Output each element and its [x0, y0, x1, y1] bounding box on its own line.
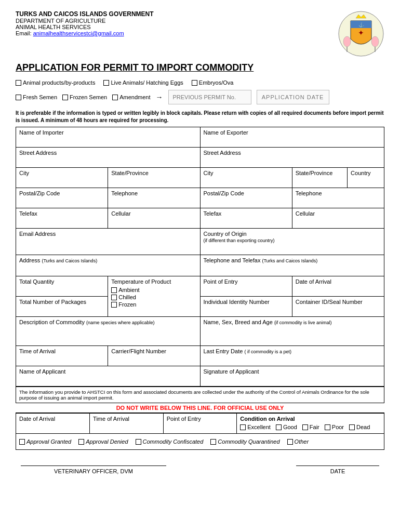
previous-permit-input[interactable] — [168, 90, 251, 104]
importer-city-label: City — [19, 170, 29, 176]
checkbox-frozen-semen[interactable]: Frozen Semen — [62, 94, 107, 100]
checkbox-fresh-semen[interactable]: Fresh Semen — [16, 94, 57, 100]
last-entry-cell: Last Entry Date ( if commodity is a pet) — [200, 346, 384, 366]
checkbox-box-frozen[interactable] — [111, 302, 117, 308]
checkbox-box-quarantined[interactable] — [210, 439, 216, 445]
checkbox-ambient-label: Ambient — [118, 287, 139, 293]
checkbox-box-approval-denied[interactable] — [78, 439, 84, 445]
checkbox-box-animal[interactable] — [16, 80, 21, 86]
exporter-cellular-cell: Cellular — [292, 208, 384, 229]
exporter-state-cell: State/Province — [292, 168, 347, 188]
exporter-country-label: Country — [351, 170, 371, 176]
official-time-label: Time of Arrival — [93, 416, 129, 422]
official-table: Date of Arrival Time of Arrival Point of… — [16, 414, 384, 449]
checkbox-box-amendment[interactable] — [112, 95, 118, 100]
checkbox-box-live[interactable] — [103, 80, 109, 86]
importer-telefax-label: Telefax — [19, 210, 37, 217]
importer-street-cell: Street Address — [16, 148, 201, 168]
checkbox-approval-granted-label: Approval Granted — [26, 438, 71, 445]
total-qty-label: Total Quantity — [19, 278, 54, 285]
checkbox-fair[interactable]: Fair — [302, 424, 319, 430]
exporter-name-input-area[interactable] — [204, 136, 381, 145]
checkbox-box-chilled[interactable] — [111, 295, 117, 300]
checkbox-box-fresh[interactable] — [16, 95, 21, 100]
checkbox-commodity-quarantined[interactable]: Commodity Quarantined — [210, 438, 279, 445]
exporter-telefax-label: Telefax — [204, 210, 222, 217]
checkbox-live-animals[interactable]: Live Animals/ Hatching Eggs — [103, 79, 183, 86]
checkbox-frozen[interactable]: Frozen — [111, 301, 196, 308]
email-label: Email: — [16, 30, 32, 36]
checkbox-box-fair[interactable] — [302, 424, 308, 430]
checkbox-poor-label: Poor — [332, 424, 344, 430]
application-date-input[interactable] — [257, 90, 329, 104]
checkbox-good[interactable]: Good — [276, 424, 297, 430]
checkbox-box-frozen-semen[interactable] — [62, 95, 68, 100]
checkbox-box-other[interactable] — [287, 439, 293, 445]
division: ANIMAL HEALTH SERVICES — [16, 24, 154, 30]
checkbox-box-good[interactable] — [276, 424, 282, 430]
exporter-telefax-cell: Telefax — [200, 208, 292, 229]
importer-street-input-area[interactable] — [19, 156, 197, 165]
importer-name-input-area[interactable] — [19, 136, 197, 145]
checkbox-poor[interactable]: Poor — [325, 424, 344, 430]
checkbox-box-excellent[interactable] — [240, 424, 246, 430]
date-arrival-top-label: Date of Arrival — [296, 278, 331, 285]
row-time-carrier: Time of Arrival Carrier/Flight Number La… — [16, 346, 384, 366]
row-city-state: City State/Province City State/Province … — [16, 168, 384, 188]
checkbox-dead[interactable]: Dead — [349, 424, 370, 430]
temp-product-cell: Temperature of Product Ambient Chilled F… — [108, 276, 200, 317]
checkbox-label-fresh: Fresh Semen — [23, 94, 57, 100]
checkbox-box-dead[interactable] — [349, 424, 355, 430]
checkbox-box-ambient[interactable] — [111, 287, 117, 293]
exporter-name-cell: Name of Exporter — [200, 127, 384, 148]
checkbox-amendment[interactable]: Amendment — [112, 94, 150, 100]
instructions-text: It is preferable if the information is t… — [16, 110, 384, 124]
svg-point-3 — [343, 36, 351, 47]
checkbox-box-approval-granted[interactable] — [19, 439, 25, 445]
org-name: TURKS AND CAICOS ISLANDS GOVERNMENT — [16, 10, 154, 18]
tel-telefax-tci-cell: Telephone and Telefax (Turks and Caicos … — [200, 255, 384, 276]
arrow-icon: → — [156, 93, 163, 101]
checkbox-excellent[interactable]: Excellent — [240, 424, 271, 430]
email-address-cell: Email Address — [16, 229, 201, 255]
temp-product-label: Temperature of Product — [111, 278, 171, 285]
importer-cellular-label: Cellular — [111, 210, 130, 217]
row-postal-tel: Postal/Zip Code Telephone Postal/Zip Cod… — [16, 188, 384, 208]
email-link[interactable]: animalhealthservicestci@gmail.com — [33, 30, 124, 36]
checkbox-animal-products[interactable]: Animal products/by-products — [16, 79, 95, 86]
date-label: DATE — [330, 468, 345, 474]
name-sex-breed-sub: (if commodity is live animal) — [274, 320, 332, 325]
checkbox-commodity-confiscated[interactable]: Commodity Confiscated — [136, 438, 204, 445]
time-arrival-label: Time of Arrival — [19, 348, 56, 354]
exporter-street-input-area[interactable] — [204, 156, 381, 165]
official-time-cell: Time of Arrival — [90, 414, 164, 434]
checkbox-chilled[interactable]: Chilled — [111, 294, 196, 300]
checkbox-box-confiscated[interactable] — [136, 439, 141, 445]
exporter-street-label: Street Address — [204, 150, 241, 156]
tel-telefax-tci-label: Telephone and Telefax — [204, 257, 261, 263]
row-qty-temp: Total Quantity Temperature of Product Am… — [16, 276, 384, 297]
checkbox-box-poor[interactable] — [325, 424, 330, 430]
official-row-2: Approval Granted Approval Denied Commodi… — [16, 434, 384, 450]
exporter-postal-label: Postal/Zip Code — [204, 190, 244, 196]
official-point-label: Point of Entry — [167, 416, 201, 422]
do-not-write-line: DO NOT WRITE BELOW THIS LINE. FOR OFFICI… — [16, 403, 384, 413]
checkbox-other[interactable]: Other — [287, 438, 309, 445]
checkbox-approval-denied[interactable]: Approval Denied — [78, 438, 128, 445]
checkbox-box-embryos[interactable] — [192, 80, 197, 86]
country-origin-sub: (if different than exporting country) — [204, 238, 275, 243]
checkbox-fair-label: Fair — [310, 424, 319, 430]
svg-text:✦: ✦ — [358, 29, 364, 37]
name-applicant-label: Name of Applicant — [19, 368, 65, 375]
row-street: Street Address Street Address — [16, 148, 384, 168]
importer-state-cell: State/Province — [108, 168, 200, 188]
exporter-state-label: State/Province — [296, 170, 333, 176]
individual-id-label: Individual Identity Number — [204, 299, 270, 305]
temp-checkboxes: Ambient Chilled Frozen — [111, 287, 196, 308]
checkbox-embryos[interactable]: Embryos/Ova — [192, 79, 234, 86]
checkbox-label-live: Live Animals/ Hatching Eggs — [111, 79, 183, 86]
checkbox-ambient[interactable]: Ambient — [111, 287, 196, 293]
importer-name-label: Name of Importer — [19, 129, 64, 136]
checkbox-approval-granted[interactable]: Approval Granted — [19, 438, 71, 445]
importer-street-label: Street Address — [19, 150, 57, 156]
